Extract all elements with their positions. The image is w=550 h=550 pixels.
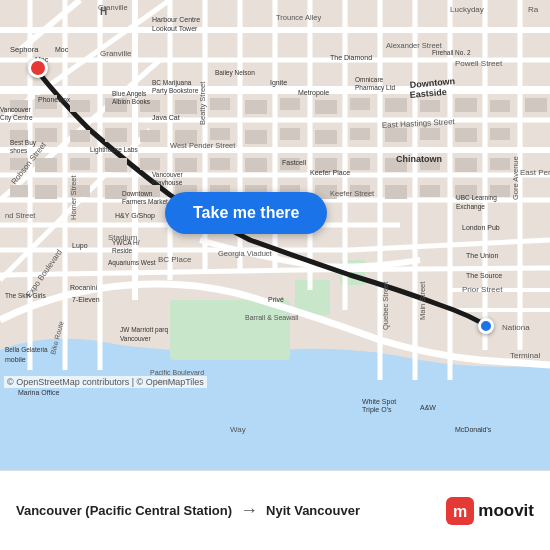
svg-text:Pacific Boulevard: Pacific Boulevard <box>150 369 204 376</box>
svg-text:Metropole: Metropole <box>298 89 329 97</box>
svg-text:Rocanini: Rocanini <box>70 284 98 291</box>
map-container: Downtown Eastside East Hastings Street C… <box>0 0 550 470</box>
svg-rect-49 <box>420 100 440 112</box>
svg-text:Exchange: Exchange <box>456 203 485 211</box>
svg-text:McDonald's: McDonald's <box>455 426 492 433</box>
svg-text:Lighthouse Labs: Lighthouse Labs <box>90 146 138 154</box>
svg-rect-43 <box>210 98 230 110</box>
svg-text:Downtown: Downtown <box>122 190 153 197</box>
svg-text:Terminal: Terminal <box>510 351 540 360</box>
origin-pin <box>28 58 48 78</box>
svg-text:Vancouver: Vancouver <box>0 106 31 113</box>
moovit-text: moovit <box>478 501 534 521</box>
svg-text:Privé: Privé <box>268 296 284 303</box>
svg-text:JW Marriott parq: JW Marriott parq <box>120 326 168 334</box>
moovit-logo-icon: m <box>446 497 474 525</box>
moovit-logo: m moovit <box>446 497 534 525</box>
svg-rect-83 <box>10 185 28 197</box>
svg-rect-95 <box>420 185 440 197</box>
to-station: Nyit Vancouver <box>266 503 360 518</box>
svg-text:Barrall & Seawall: Barrall & Seawall <box>245 314 299 321</box>
svg-text:Bella Gelateria: Bella Gelateria <box>5 346 48 353</box>
svg-text:The Diamond: The Diamond <box>330 54 372 61</box>
svg-rect-57 <box>140 130 160 142</box>
svg-text:Prior Street: Prior Street <box>462 285 503 294</box>
svg-text:Moc: Moc <box>55 46 69 53</box>
svg-text:Ra: Ra <box>528 5 539 14</box>
svg-text:Triple O's: Triple O's <box>362 406 392 414</box>
svg-rect-47 <box>350 98 370 110</box>
svg-text:BC Place: BC Place <box>158 255 192 264</box>
origin-marker <box>28 58 48 78</box>
svg-rect-44 <box>245 100 267 114</box>
svg-text:Albion Books: Albion Books <box>112 98 151 105</box>
svg-text:Lupo: Lupo <box>72 242 88 250</box>
from-station: Vancouver (Pacific Central Station) <box>16 503 232 518</box>
svg-text:Gore Avenue: Gore Avenue <box>511 156 520 200</box>
svg-text:Trounce Alley: Trounce Alley <box>276 13 321 22</box>
svg-rect-82 <box>490 158 510 170</box>
svg-rect-64 <box>385 128 407 142</box>
svg-rect-63 <box>350 128 370 140</box>
svg-text:A&W: A&W <box>420 404 436 411</box>
svg-rect-62 <box>315 130 337 144</box>
svg-text:Omnicare: Omnicare <box>355 76 384 83</box>
svg-rect-66 <box>455 128 477 142</box>
svg-rect-45 <box>280 98 300 110</box>
svg-text:Aquariums West: Aquariums West <box>108 259 156 267</box>
svg-text:UBC Learning: UBC Learning <box>456 194 497 202</box>
svg-text:East Pende: East Pende <box>520 168 550 177</box>
svg-rect-51 <box>490 100 510 112</box>
svg-rect-84 <box>35 185 57 199</box>
svg-rect-72 <box>140 158 160 170</box>
svg-text:Nationa: Nationa <box>502 323 530 332</box>
svg-text:Main Street: Main Street <box>418 281 427 320</box>
svg-text:Luckyday: Luckyday <box>450 5 484 14</box>
svg-text:Way: Way <box>230 425 246 434</box>
svg-rect-74 <box>210 158 230 170</box>
take-me-there-button[interactable]: Take me there <box>165 192 327 234</box>
svg-rect-48 <box>385 98 407 112</box>
svg-rect-73 <box>175 158 197 172</box>
svg-text:Ignite: Ignite <box>270 79 287 87</box>
svg-rect-42 <box>175 100 197 114</box>
svg-text:Best Buy: Best Buy <box>10 139 37 147</box>
svg-text:Party Bookstore: Party Bookstore <box>152 87 199 95</box>
svg-rect-54 <box>35 128 57 142</box>
bottom-bar: Vancouver (Pacific Central Station) → Ny… <box>0 470 550 550</box>
svg-rect-60 <box>245 130 267 144</box>
svg-rect-81 <box>455 158 477 172</box>
svg-text:7-Eleven: 7-Eleven <box>72 296 100 303</box>
svg-text:White Spot: White Spot <box>362 398 396 406</box>
svg-text:The Source: The Source <box>466 272 502 279</box>
svg-text:Sephora: Sephora <box>10 45 39 54</box>
svg-text:Quebec Street: Quebec Street <box>381 281 390 330</box>
svg-text:The Skin Girls: The Skin Girls <box>5 292 47 299</box>
svg-text:mobile: mobile <box>5 356 26 363</box>
svg-text:Pharmacy Ltd: Pharmacy Ltd <box>355 84 395 92</box>
svg-text:Beatty Street: Beatty Street <box>198 81 207 125</box>
svg-text:shoes: shoes <box>10 147 28 154</box>
svg-text:Homer Street: Homer Street <box>69 174 78 220</box>
svg-text:Marina Office: Marina Office <box>18 389 60 396</box>
svg-text:Reside: Reside <box>112 247 133 254</box>
svg-rect-56 <box>105 128 127 142</box>
svg-text:London Pub: London Pub <box>462 224 500 231</box>
svg-text:Firehall No. 2: Firehall No. 2 <box>432 49 471 56</box>
svg-text:Chinatown: Chinatown <box>396 154 442 164</box>
svg-text:Granville: Granville <box>98 3 128 12</box>
svg-rect-61 <box>280 128 300 140</box>
svg-rect-75 <box>245 158 267 172</box>
svg-rect-69 <box>35 158 57 172</box>
map-background: Downtown Eastside East Hastings Street C… <box>0 0 550 470</box>
svg-text:nd Street: nd Street <box>5 211 36 220</box>
map-attribution: © OpenStreetMap contributors | © OpenMap… <box>4 376 207 388</box>
svg-rect-46 <box>315 100 337 114</box>
svg-rect-59 <box>210 128 230 140</box>
svg-text:Blue Angels: Blue Angels <box>112 90 147 98</box>
svg-rect-55 <box>70 130 90 142</box>
svg-text:Farmers Market: Farmers Market <box>122 198 168 205</box>
svg-text:Bailey Nelson: Bailey Nelson <box>215 69 255 77</box>
svg-rect-67 <box>490 128 510 140</box>
svg-rect-78 <box>350 158 370 170</box>
